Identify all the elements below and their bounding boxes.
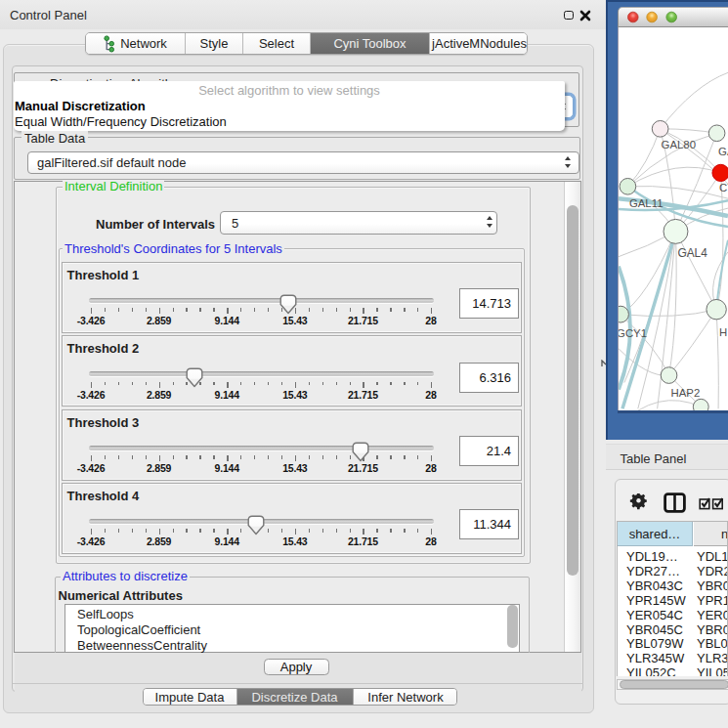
svg-text:HAP2: HAP2 bbox=[671, 386, 701, 398]
svg-text:H: H bbox=[719, 326, 727, 338]
svg-text:GA: GA bbox=[718, 146, 728, 157]
svg-text:GCY1: GCY1 bbox=[618, 327, 647, 339]
svg-text:GAL4: GAL4 bbox=[677, 246, 707, 260]
svg-text:CY: CY bbox=[719, 182, 728, 193]
svg-text:GAL80: GAL80 bbox=[662, 139, 696, 150]
svg-text:GAL11: GAL11 bbox=[629, 196, 664, 208]
